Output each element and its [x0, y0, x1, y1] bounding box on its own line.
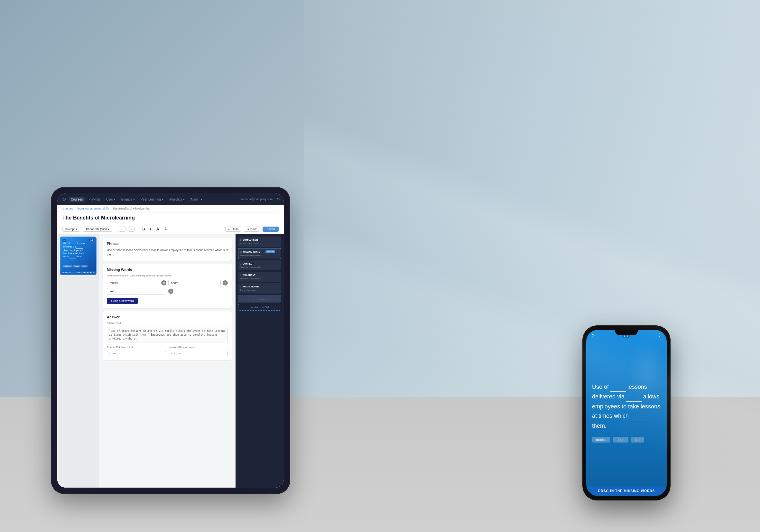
- slide-preview-panel: ⚙ 1/1 Use of lessons delivered via allow…: [57, 234, 99, 488]
- add-word-btn[interactable]: + Add a new word: [107, 298, 138, 304]
- slide-item-5-header: 5 IMAGE SLIDER ⋮: [240, 285, 279, 288]
- phone-bg-silhouette: [628, 336, 667, 401]
- phone-tag-short[interactable]: short: [613, 437, 628, 443]
- tablet-device: ⚙ Courses Playlists User ▾ Engage ▾ Peer…: [52, 188, 290, 493]
- text-size-large-btn[interactable]: A: [155, 226, 161, 232]
- nav-item-user[interactable]: User ▾: [104, 197, 118, 202]
- slide-item-4-subtitle: How do you feel about e…: [240, 277, 279, 280]
- blank-3: [70, 255, 76, 259]
- nav-item-courses[interactable]: Courses: [69, 197, 85, 202]
- prompt-dropdown[interactable]: Prompt ▾: [63, 226, 80, 232]
- slide-item-4-header: 4 QUADRANT ⋮: [240, 273, 279, 276]
- tablet-screen: ⚙ Courses Playlists User ▾ Engage ▾ Peer…: [57, 193, 284, 488]
- missing-words-inputs: ✕ ✕ ✕ + Add a new word: [107, 280, 228, 304]
- page-title-bar: The Benefits of Microlearning: [57, 213, 284, 224]
- slide-item-3-num: 3: [240, 263, 241, 265]
- word-row-1: ✕ ✕: [107, 280, 228, 286]
- slide-preview-card[interactable]: ⚙ 1/1 Use of lessons delivered via allow…: [60, 237, 97, 275]
- slide-preview-badge: ⚙: [62, 239, 66, 242]
- nav-back-btn[interactable]: ‹: [119, 226, 125, 232]
- phone-body: ⚙ 1 / 9 ⋮ Use of lessons delivered via a…: [583, 326, 670, 500]
- nav-item-engage[interactable]: Engage ▾: [119, 197, 137, 202]
- slide-item-3-icon: ⋮: [277, 262, 279, 265]
- phone-more-icon[interactable]: ⋮: [657, 332, 662, 338]
- breadcrumb-courses[interactable]: Courses: [63, 207, 73, 210]
- nav-item-peer-learning[interactable]: Peer Learning ▾: [139, 197, 166, 202]
- answer-section: Answer Answer Text Correct Reinforcement…: [103, 311, 232, 360]
- slide-item-5[interactable]: 5 IMAGE SLIDER ⋮ Our product range: [238, 283, 281, 294]
- nav-settings-icon[interactable]: ⚙: [276, 197, 280, 202]
- phrase-text: Use of short lessons delivered via mobil…: [107, 248, 228, 257]
- correct-label: Correct Reinforcement: [107, 346, 166, 349]
- slide-item-2-num: 2: [240, 251, 242, 253]
- bold-btn[interactable]: B: [141, 226, 146, 232]
- slide-item-5-subtitle: Our product range: [240, 289, 279, 292]
- slide-item-2[interactable]: 2 MISSING WORD Template ⋮ Use of short l…: [238, 248, 281, 259]
- tag-suit: suit: [81, 265, 87, 267]
- slide-item-4-title: QUADRANT: [243, 274, 275, 276]
- phrase-section-title: Phrase: [107, 242, 228, 246]
- redo-btn[interactable]: ↪ Redo: [244, 226, 260, 232]
- slide-prev-text: 1 comparison: [253, 298, 266, 301]
- slide-drag-bar: DRAG IN THE MISSING WORDS: [61, 271, 96, 274]
- nav-item-admin[interactable]: Admin ▾: [189, 197, 204, 202]
- tag-short: short: [73, 265, 80, 267]
- incorrect-reinforcement-col: Incorrect Reinforcement: [168, 346, 228, 356]
- slide-item-1-icon: ⋮: [277, 238, 279, 241]
- answer-text-area[interactable]: [107, 327, 228, 342]
- slide-item-2-header: 2 MISSING WORD Template ⋮: [240, 250, 279, 253]
- word-input-short[interactable]: [168, 280, 221, 286]
- italic-btn[interactable]: I: [149, 226, 153, 232]
- slide-item-4-num: 4: [240, 274, 241, 276]
- slide-item-4[interactable]: 4 QUADRANT ⋮ How do you feel about e…: [238, 272, 281, 282]
- phone-device: ⚙ 1 / 9 ⋮ Use of lessons delivered via a…: [583, 326, 670, 500]
- word-clear-btn-1[interactable]: ✕: [161, 280, 166, 285]
- blank-1: [70, 242, 76, 245]
- phone-notch: [615, 330, 638, 335]
- slide-item-5-icon: ⋮: [277, 285, 279, 288]
- phone-bottom-bar: DRAG IN THE MISSING WORDS: [586, 486, 667, 496]
- phone-tag-suit[interactable]: suit: [631, 437, 644, 443]
- slide-item-4-icon: ⋮: [277, 273, 279, 276]
- breadcrumb: Courses › Team Management Skills › The B…: [57, 205, 284, 213]
- word-clear-btn-3[interactable]: ✕: [168, 289, 173, 294]
- slide-item-1-num: 1: [240, 239, 241, 241]
- breadcrumb-sep-2: ›: [110, 207, 111, 210]
- slide-item-3-header: 3 CONNECT ⋮: [240, 262, 279, 265]
- phone-screen: ⚙ 1 / 9 ⋮ Use of lessons delivered via a…: [586, 330, 667, 496]
- nav-item-playlists[interactable]: Playlists: [86, 197, 102, 202]
- word-clear-btn-2[interactable]: ✕: [223, 280, 228, 285]
- breadcrumb-sep-1: ›: [75, 207, 75, 210]
- phone-tags-row: mobile short suit: [592, 437, 661, 443]
- undo-btn[interactable]: ↩ Undo: [225, 226, 241, 232]
- nav-forward-btn[interactable]: ›: [128, 226, 135, 232]
- missing-words-subtitle: Input the words you want missing from th…: [107, 274, 228, 277]
- breadcrumb-current: The Benefits of Microlearning: [113, 207, 150, 210]
- nav-item-analytics[interactable]: Analytics ▾: [167, 197, 187, 202]
- answer-section-title: Answer: [107, 315, 228, 319]
- word-input-suit[interactable]: [107, 288, 166, 295]
- blank-2: [76, 245, 83, 249]
- device-dropdown[interactable]: iPhone XR (375) ▾: [83, 226, 112, 232]
- word-row-2: ✕: [107, 288, 228, 295]
- incorrect-input[interactable]: [168, 351, 228, 356]
- phone-blank-1: [610, 382, 626, 392]
- reinforcement-row: Correct Reinforcement Incorrect Reinforc…: [107, 346, 228, 356]
- saved-btn[interactable]: Saved: [262, 226, 279, 232]
- slide-prev-bar: 1 comparison: [238, 295, 281, 303]
- correct-input[interactable]: [107, 351, 166, 356]
- slide-preview-counter: 1/1: [89, 239, 94, 241]
- phone-tag-mobile[interactable]: mobile: [592, 437, 610, 443]
- breadcrumb-team-mgmt[interactable]: Team Management Skills: [77, 207, 109, 210]
- slide-item-3-title: CONNECT: [243, 263, 275, 265]
- slide-item-3[interactable]: 3 CONNECT ⋮ Match the products with…: [238, 260, 281, 271]
- tag-mobile: mobile: [63, 265, 72, 267]
- text-size-small-btn[interactable]: A: [163, 226, 168, 231]
- add-slide-btn[interactable]: + Add a New Slide: [238, 304, 281, 311]
- word-input-mobile[interactable]: [107, 280, 159, 286]
- slide-item-2-icon: ⋮: [276, 250, 279, 253]
- tablet-navbar: ⚙ Courses Playlists User ▾ Engage ▾ Peer…: [57, 193, 284, 205]
- editor-toolbar: Prompt ▾ iPhone XR (375) ▾ ‹ › B I A A ↩…: [57, 224, 284, 234]
- slide-item-1[interactable]: 1 COMPARISON ⋮ Have a look at our produ…: [238, 237, 281, 247]
- tablet-content: Courses › Team Management Skills › The B…: [57, 205, 284, 488]
